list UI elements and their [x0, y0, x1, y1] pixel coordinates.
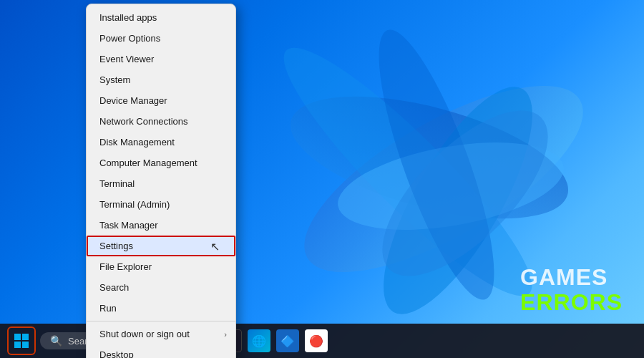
menu-item-desktop[interactable]: Desktop — [87, 344, 235, 358]
svg-point-3 — [261, 25, 555, 319]
menu-divider — [87, 321, 235, 321]
start-button[interactable] — [7, 326, 36, 355]
search-icon: 🔍 — [50, 335, 62, 347]
menu-item-terminal[interactable]: Terminal — [87, 173, 235, 194]
menu-item-file-explorer[interactable]: File Explorer — [87, 256, 235, 277]
svg-rect-7 — [14, 334, 21, 340]
menu-item-computer-management[interactable]: Computer Management — [87, 153, 235, 173]
menu-item-label-terminal-admin: Terminal (Admin) — [99, 199, 170, 210]
svg-point-4 — [331, 127, 570, 245]
menu-item-label-installed-apps: Installed apps — [99, 12, 157, 23]
menu-item-label-computer-management: Computer Management — [99, 158, 197, 168]
menu-item-power-options[interactable]: Power Options — [87, 28, 235, 49]
menu-item-label-desktop: Desktop — [99, 349, 134, 358]
menu-item-shut-down[interactable]: Shut down or sign out› — [87, 324, 235, 344]
svg-rect-8 — [22, 334, 29, 340]
taskbar-icon-chrome[interactable]: 🔴 — [305, 329, 328, 352]
taskbar-icon-app5[interactable]: 🔷 — [276, 329, 299, 352]
menu-item-run[interactable]: Run — [87, 298, 235, 319]
menu-item-settings[interactable]: Settings↖ — [87, 236, 235, 256]
desktop: GAMES ERRORS Installed appsPower Options… — [0, 0, 644, 358]
menu-item-system[interactable]: System — [87, 69, 235, 90]
menu-item-label-device-manager: Device Manager — [99, 95, 167, 106]
menu-item-search[interactable]: Search — [87, 277, 235, 298]
context-menu: Installed appsPower OptionsEvent ViewerS… — [86, 4, 236, 358]
menu-item-installed-apps[interactable]: Installed apps — [87, 7, 235, 28]
menu-item-label-settings: Settings — [99, 241, 133, 251]
svg-point-5 — [357, 19, 515, 311]
menu-item-label-disk-management: Disk Management — [99, 137, 175, 147]
svg-point-1 — [278, 72, 581, 243]
menu-item-task-manager[interactable]: Task Manager — [87, 215, 235, 236]
svg-rect-9 — [14, 342, 21, 348]
menu-item-network-connections[interactable]: Network Connections — [87, 111, 235, 132]
submenu-arrow-icon: › — [224, 330, 227, 339]
menu-item-event-viewer[interactable]: Event Viewer — [87, 49, 235, 69]
svg-rect-10 — [22, 342, 29, 348]
watermark-line2: ERRORS — [520, 290, 623, 315]
menu-item-disk-management[interactable]: Disk Management — [87, 132, 235, 153]
menu-item-label-task-manager: Task Manager — [99, 220, 158, 231]
watermark: GAMES ERRORS — [520, 265, 623, 315]
menu-item-label-power-options: Power Options — [99, 33, 160, 44]
menu-item-terminal-admin[interactable]: Terminal (Admin) — [87, 194, 235, 215]
watermark-line1: GAMES — [520, 265, 623, 290]
windows-logo-icon — [14, 333, 29, 349]
menu-item-label-file-explorer: File Explorer — [99, 261, 152, 272]
menu-item-label-network-connections: Network Connections — [99, 116, 188, 127]
mouse-cursor-icon: ↖ — [210, 240, 220, 253]
menu-item-label-system: System — [99, 74, 130, 85]
menu-item-label-search: Search — [99, 282, 129, 293]
menu-item-label-run: Run — [99, 303, 117, 314]
menu-item-device-manager[interactable]: Device Manager — [87, 90, 235, 111]
menu-item-label-shut-down: Shut down or sign out — [99, 329, 190, 339]
menu-item-label-event-viewer: Event Viewer — [99, 54, 154, 64]
menu-item-label-terminal: Terminal — [99, 178, 135, 189]
taskbar-icon-edge[interactable]: 🌐 — [248, 329, 270, 352]
